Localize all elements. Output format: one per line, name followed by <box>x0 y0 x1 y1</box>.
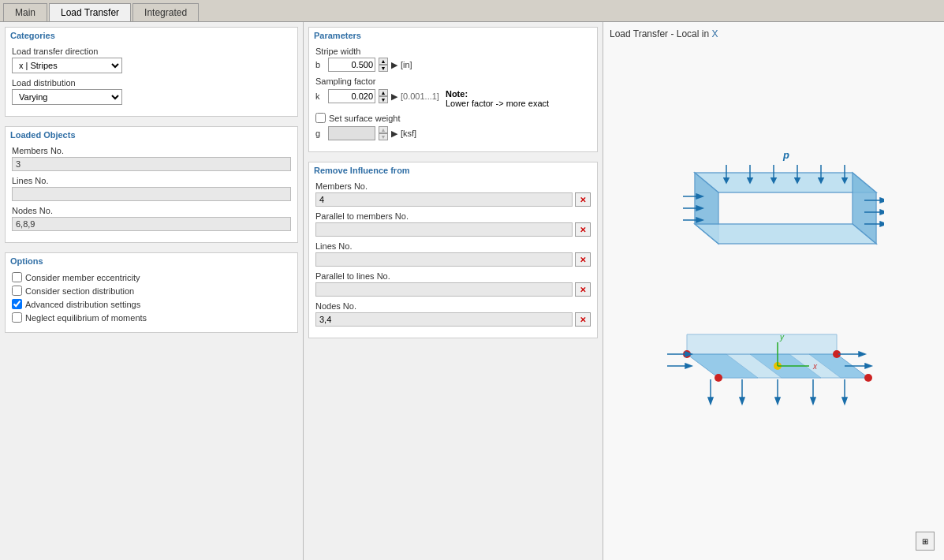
surface-weight-unit: [ksf] <box>401 129 416 138</box>
svg-text:p: p <box>782 149 789 161</box>
stripe-width-input[interactable] <box>328 58 375 72</box>
ri-nodes-clear-button[interactable]: ✕ <box>575 312 591 327</box>
stripe-width-arrow[interactable]: ▶ <box>391 60 397 70</box>
svg-marker-27 <box>687 334 837 354</box>
lines-no-label: Lines No. <box>12 176 291 185</box>
option3-checkbox[interactable] <box>12 299 22 309</box>
option3-row: Advanced distribution settings <box>12 299 291 309</box>
stripe-width-prefix: b <box>315 60 325 69</box>
parameters-section: Parameters Stripe width b ▲ ▼ ▶ <box>308 27 598 152</box>
left-panel: Categories Load transfer direction x | S… <box>0 22 304 560</box>
diagram-title-axis: X <box>711 28 718 39</box>
tab-bar: Main Load Transfer Integrated <box>0 0 944 22</box>
stripe-width-down[interactable]: ▼ <box>379 65 388 72</box>
svg-marker-0 <box>695 173 876 192</box>
sampling-factor-input[interactable] <box>328 89 375 103</box>
sampling-factor-label: Sampling factor <box>315 77 591 86</box>
ri-nodes-clear-icon: ✕ <box>580 315 586 324</box>
main-window: Main Load Transfer Integrated Categories… <box>0 0 944 560</box>
export-button[interactable]: ⊞ <box>916 532 935 551</box>
ri-parallel-members-clear-icon: ✕ <box>580 226 586 234</box>
svg-marker-20 <box>880 210 884 215</box>
nodes-no-field: Nodes No. <box>12 206 291 231</box>
sampling-spinner: ▲ ▼ <box>379 89 388 103</box>
stripe-width-field: Stripe width b ▲ ▼ ▶ [in] <box>315 47 591 72</box>
ri-parallel-members-label: Parallel to members No. <box>315 211 591 221</box>
sampling-down[interactable]: ▼ <box>379 96 388 103</box>
ri-nodes-label: Nodes No. <box>315 301 591 311</box>
diagram-area: p <box>610 46 938 528</box>
tab-load-transfer[interactable]: Load Transfer <box>49 3 131 21</box>
categories-body: Load transfer direction x | Stripes Load… <box>6 42 297 116</box>
surface-weight-field: Set surface weight g ▲ ▼ ▶ [ksf] <box>315 113 591 140</box>
members-no-field: Members No. <box>12 146 291 171</box>
parameters-body: Stripe width b ▲ ▼ ▶ [in] <box>309 42 597 151</box>
surface-weight-input <box>328 126 375 140</box>
distribution-select[interactable]: Varying <box>12 89 122 105</box>
distribution-field: Load distribution Varying <box>12 78 291 105</box>
svg-marker-40 <box>685 364 692 368</box>
svg-marker-48 <box>740 398 744 404</box>
lines-no-field: Lines No. <box>12 176 291 201</box>
nodes-no-input[interactable] <box>12 217 291 231</box>
categories-title: Categories <box>6 28 297 42</box>
surface-weight-checkbox[interactable] <box>315 113 326 123</box>
ri-parallel-members-field: Parallel to members No. ✕ <box>315 211 591 237</box>
ri-parallel-members-row: ✕ <box>315 222 591 237</box>
stripe-width-input-group: b ▲ ▼ ▶ [in] <box>315 58 591 72</box>
option4-row: Neglect equilibrium of moments <box>12 312 291 323</box>
sampling-prefix: k <box>315 91 325 101</box>
option4-label[interactable]: Neglect equilibrium of moments <box>25 313 147 323</box>
options-title: Options <box>6 253 297 267</box>
surface-weight-input-group: g ▲ ▼ ▶ [ksf] <box>315 126 591 140</box>
note-block: Note: Lower factor -> more exact <box>446 89 549 108</box>
right-panel: Load Transfer - Local in X <box>603 22 944 560</box>
ri-members-clear-button[interactable]: ✕ <box>575 192 591 207</box>
diagram-title-row: Load Transfer - Local in X <box>610 28 938 39</box>
lines-no-input[interactable] <box>12 187 291 201</box>
ri-parallel-lines-input[interactable] <box>315 282 573 297</box>
ri-lines-input[interactable] <box>315 252 573 267</box>
members-no-input[interactable] <box>12 157 291 171</box>
svg-marker-22 <box>880 222 884 226</box>
export-icon: ⊞ <box>922 537 928 546</box>
option1-label[interactable]: Consider member eccentricity <box>25 273 140 282</box>
tab-main[interactable]: Main <box>3 3 47 21</box>
stripe-width-up[interactable]: ▲ <box>379 58 388 65</box>
note-text: Lower factor -> more exact <box>446 99 549 108</box>
option4-checkbox[interactable] <box>12 312 22 323</box>
ri-parallel-lines-clear-button[interactable]: ✕ <box>575 282 591 297</box>
svg-marker-44 <box>865 364 871 368</box>
sampling-arrow[interactable]: ▶ <box>391 91 397 102</box>
svg-text:x: x <box>812 362 818 371</box>
surface-weight-down: ▼ <box>379 133 388 140</box>
categories-section: Categories Load transfer direction x | S… <box>5 27 298 117</box>
middle-panel: Parameters Stripe width b ▲ ▼ ▶ <box>304 22 603 560</box>
ri-parallel-members-input[interactable] <box>315 222 573 237</box>
sampling-up[interactable]: ▲ <box>379 89 388 96</box>
sampling-input-group: k ▲ ▼ ▶ [0.001...1] <box>315 89 439 103</box>
surface-weight-label[interactable]: Set surface weight <box>329 114 401 123</box>
sampling-factor-field: Sampling factor k ▲ ▼ ▶ [0.001...1] <box>315 77 591 108</box>
ri-nodes-row: ✕ <box>315 312 591 327</box>
option2-checkbox[interactable] <box>12 286 22 296</box>
surface-weight-spinner: ▲ ▼ <box>379 126 388 140</box>
ri-parallel-lines-clear-icon: ✕ <box>580 286 586 294</box>
ri-parallel-members-clear-button[interactable]: ✕ <box>575 222 591 237</box>
tab-integrated[interactable]: Integrated <box>132 3 199 21</box>
svg-marker-50 <box>775 398 780 404</box>
diagram-bottom: ⊞ <box>610 528 938 554</box>
ri-members-label: Members No. <box>315 181 591 191</box>
option1-checkbox[interactable] <box>12 272 22 282</box>
loaded-objects-section: Loaded Objects Members No. Lines No. Nod… <box>5 126 298 243</box>
ri-parallel-lines-label: Parallel to lines No. <box>315 271 591 281</box>
ri-lines-clear-button[interactable]: ✕ <box>575 252 591 267</box>
option2-label[interactable]: Consider section distribution <box>25 286 134 296</box>
direction-select[interactable]: x | Stripes <box>12 58 122 73</box>
svg-text:y: y <box>779 333 785 342</box>
ri-nodes-input[interactable] <box>315 312 573 327</box>
option3-label[interactable]: Advanced distribution settings <box>25 300 140 309</box>
svg-marker-52 <box>811 398 815 404</box>
ri-members-input[interactable] <box>315 192 573 207</box>
remove-influence-title: Remove Influence from <box>309 162 597 177</box>
